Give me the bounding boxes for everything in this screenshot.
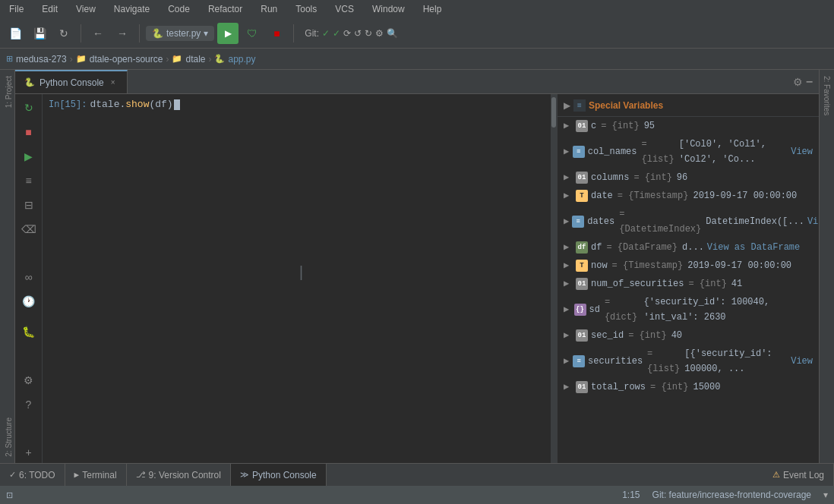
toolbar-separator-1: [81, 24, 81, 43]
menu-refactor[interactable]: Refactor: [205, 2, 245, 16]
var-type-label: = {int}: [688, 276, 726, 291]
expand-icon[interactable]: ▶: [564, 214, 569, 229]
view-variable-link[interactable]: View: [791, 144, 813, 159]
debug-button[interactable]: 🐛: [18, 321, 39, 342]
var-type-label: = {int}: [650, 380, 688, 395]
console-input-area[interactable]: In[15]: dtale.show(df) |: [43, 94, 551, 463]
view-variable-link[interactable]: View as DataFrame: [707, 240, 800, 255]
variable-row: ▶ 01 sec_id = {int} 40: [558, 326, 819, 345]
panel-label-structure[interactable]: 2: Structure: [0, 411, 14, 463]
coverage-button[interactable]: 🛡: [242, 23, 263, 44]
menu-file[interactable]: File: [6, 2, 27, 16]
branch-dropdown-icon[interactable]: ▾: [823, 490, 828, 500]
console-prompt-line: In[15]: dtale.show(df): [49, 97, 545, 112]
stop-console-button[interactable]: ■: [18, 121, 39, 143]
minimize-icon[interactable]: −: [806, 76, 813, 88]
git-area: Git: ✓ ✓ ⟳ ↺ ↻ ⚙ 🔍: [305, 28, 398, 39]
expand-icon[interactable]: ▶: [564, 258, 573, 273]
tab-close-button[interactable]: ×: [109, 77, 118, 87]
tab-bar: 🐍 Python Console × ⚙ −: [15, 70, 819, 94]
git-search-icon[interactable]: 🔍: [387, 28, 398, 39]
expand-icon[interactable]: ▶: [564, 354, 570, 369]
breadcrumb-sep-3: ›: [208, 54, 211, 65]
var-name: total_rows: [591, 380, 646, 395]
menu-edit[interactable]: Edit: [39, 2, 61, 16]
expand-icon[interactable]: ▶: [564, 188, 573, 203]
expand-icon[interactable]: ▶: [564, 240, 573, 255]
panel-label-project[interactable]: 1: Project: [0, 70, 14, 114]
run-config-selector[interactable]: 🐍 tester.py ▾: [146, 26, 214, 41]
git-check-icon-2[interactable]: ✓: [333, 28, 340, 39]
git-settings-icon[interactable]: ⚙: [375, 28, 384, 39]
version-control-tab[interactable]: ⎇ 9: Version Control: [127, 464, 231, 486]
breadcrumb-file[interactable]: app.py: [228, 54, 255, 65]
expand-icon[interactable]: ▶: [564, 118, 573, 134]
view-variable-link[interactable]: View: [791, 354, 813, 369]
breadcrumb-folder-1[interactable]: dtale-open-source: [90, 54, 163, 65]
var-type-icon: ≡: [573, 355, 585, 367]
menu-vcs[interactable]: VCS: [332, 2, 357, 16]
var-value: 95: [644, 118, 655, 134]
menu-help[interactable]: Help: [420, 2, 445, 16]
variables-list: ▶ 01 c = {int} 95 ▶ ≡ col_names = {list}…: [558, 117, 819, 396]
breadcrumb-server[interactable]: medusa-273: [16, 54, 67, 65]
console-scrollbar[interactable]: [551, 94, 557, 463]
scrollbar-thumb[interactable]: [551, 97, 556, 128]
show-vars-button[interactable]: ≡: [18, 170, 39, 191]
refresh-button[interactable]: ↻: [53, 23, 74, 44]
add-button[interactable]: +: [18, 442, 39, 463]
breadcrumb: ⊞ medusa-273 › 📁 dtale-open-source › 📁 d…: [0, 49, 834, 70]
time-button[interactable]: 🕐: [18, 291, 39, 312]
menu-tools[interactable]: Tools: [292, 2, 320, 16]
history-button[interactable]: ⊟: [18, 194, 39, 216]
var-type-label: = {int}: [633, 170, 671, 185]
panel-label-favorites[interactable]: 2: Favorites: [821, 70, 832, 121]
expand-all-icon[interactable]: ▶: [564, 100, 570, 111]
new-file-button[interactable]: 📄: [5, 23, 26, 44]
expand-icon[interactable]: ▶: [564, 144, 570, 159]
expand-icon[interactable]: ▶: [564, 170, 573, 185]
help-button[interactable]: ?: [18, 394, 39, 415]
forward-button[interactable]: →: [112, 23, 133, 44]
run-console-button[interactable]: ▶: [18, 146, 39, 167]
var-type-label: = {dict}: [605, 295, 640, 325]
clear-button[interactable]: ⌫: [18, 219, 39, 240]
infinity-button[interactable]: ∞: [18, 266, 39, 288]
settings2-button[interactable]: ⚙: [18, 370, 39, 391]
variable-row: ▶ {} sd = {dict} {'security_id': 100040,…: [558, 293, 819, 326]
toolbar: 📄 💾 ↻ ← → 🐍 tester.py ▾ ▶ 🛡 ■ Git: ✓ ✓ ⟳…: [0, 18, 834, 49]
view-variable-link[interactable]: View: [807, 214, 819, 229]
expand-icon[interactable]: ▶: [564, 328, 573, 343]
menu-window[interactable]: Window: [369, 2, 408, 16]
settings-icon[interactable]: ⚙: [793, 76, 803, 88]
back-button[interactable]: ←: [87, 23, 109, 44]
terminal-tab[interactable]: ▶ Terminal: [65, 464, 127, 486]
restart-console-button[interactable]: ↻: [18, 97, 39, 118]
menu-bar: File Edit View Navigate Code Refactor Ru…: [0, 0, 834, 18]
var-name: num_of_securities: [591, 276, 684, 291]
expand-icon[interactable]: ▶: [564, 302, 571, 317]
menu-view[interactable]: View: [73, 2, 99, 16]
run-config-icon: 🐍: [152, 28, 163, 39]
git-undo-icon[interactable]: ↺: [354, 28, 362, 39]
stop-button[interactable]: ■: [266, 23, 287, 44]
git-branch[interactable]: Git: feature/increase-frontend-coverage: [652, 490, 811, 500]
menu-run[interactable]: Run: [257, 2, 280, 16]
git-redo-icon[interactable]: ↻: [365, 28, 372, 39]
git-update-icon[interactable]: ⟳: [343, 28, 351, 39]
python-console-tab[interactable]: 🐍 Python Console ×: [15, 70, 128, 93]
expand-icon[interactable]: ▶: [564, 276, 573, 291]
var-type-icon: 01: [576, 329, 588, 342]
menu-code[interactable]: Code: [165, 2, 193, 16]
event-log-tab[interactable]: ⚠ Event Log: [763, 464, 834, 486]
console-icon-bar: ↻ ■ ▶ ≡ ⊟ ⌫ ∞ 🕐 🐛 ⚙ ? +: [15, 94, 43, 463]
todo-tab[interactable]: ✓ 6: TODO: [0, 464, 65, 486]
breadcrumb-folder-2[interactable]: dtale: [185, 54, 205, 65]
menu-navigate[interactable]: Navigate: [111, 2, 153, 16]
save-button[interactable]: 💾: [29, 23, 50, 44]
var-type-icon: {}: [574, 304, 586, 316]
expand-icon[interactable]: ▶: [564, 380, 573, 395]
git-check-icon-1[interactable]: ✓: [322, 28, 330, 39]
python-console-bottom-tab[interactable]: ≫ Python Console: [231, 464, 327, 486]
run-button[interactable]: ▶: [217, 23, 239, 44]
